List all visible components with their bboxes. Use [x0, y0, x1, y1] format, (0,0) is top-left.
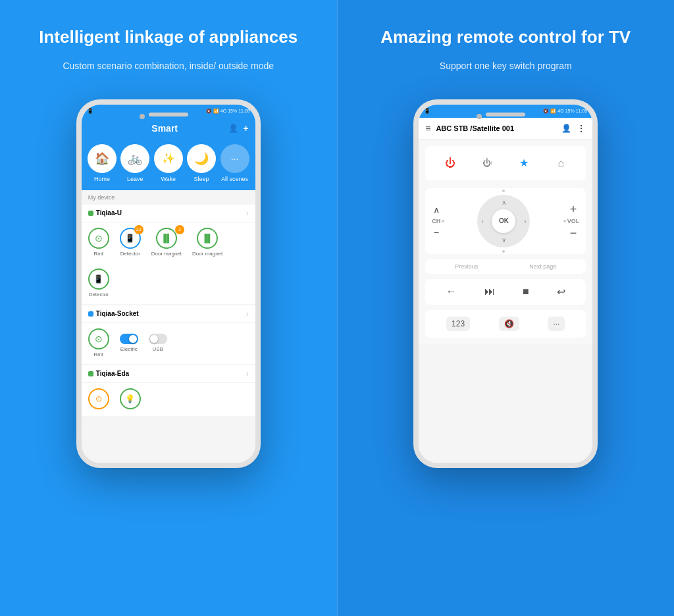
- device-icons-tiqiaa-socket: ⊙ Rmt Electric USB: [82, 323, 255, 364]
- right-phone-frame: 📱 🔇 📶 4G 15% 11:09 ≡ ABC STB /Satellite …: [413, 99, 598, 468]
- device-row-tiqiaa-u[interactable]: Tiqiaa-U ›: [82, 205, 255, 222]
- nav-dot-top: [502, 190, 505, 192]
- device-item-socket-rmt[interactable]: ⊙ Rmt: [88, 328, 109, 357]
- device-indicator-tiqiaa-eda: [88, 371, 93, 376]
- section-header: My device: [82, 190, 255, 205]
- remote-title: ABC STB /Satellite 001: [436, 124, 556, 132]
- device-item-doormagnet1[interactable]: ▐▌ 2 Door magnet: [151, 228, 182, 257]
- device-item-usb[interactable]: USB: [149, 328, 167, 357]
- device-row-tiqiaa-socket[interactable]: Tiqiaa-Socket ›: [82, 305, 255, 323]
- device-item-doormagnet2[interactable]: ▐▌ Door magnet: [192, 228, 222, 257]
- status-bar-right: 📱 🔇 📶 4G 15% 11:09: [419, 105, 592, 118]
- header-icons: 👤 +: [228, 123, 249, 134]
- remote-top-buttons: ⏻ ⏻i ★ ⌂: [425, 146, 586, 180]
- doormagnet1-label: Door magnet: [151, 251, 182, 257]
- vol-down-button[interactable]: −: [570, 227, 577, 239]
- scene-all[interactable]: ··· All scenes: [220, 144, 249, 182]
- arrow-right-tiqiaa-u: ›: [246, 209, 249, 218]
- bottom-row: 123 🔇 ···: [425, 310, 586, 338]
- device-item-electric[interactable]: Electric: [120, 328, 138, 357]
- device-item-rmt[interactable]: ⊙ Rmt: [88, 228, 109, 257]
- hamburger-icon[interactable]: ≡: [425, 123, 430, 134]
- right-panel: Amazing remote control for TV Support on…: [337, 0, 675, 616]
- stop-button[interactable]: ■: [523, 286, 529, 298]
- previous-button[interactable]: Previous: [455, 263, 478, 270]
- vol-up-button[interactable]: +: [570, 203, 577, 215]
- device-name-tiqiaa-eda: Tiqiaa-Eda: [88, 370, 129, 377]
- more-button[interactable]: ···: [548, 317, 565, 331]
- input-button[interactable]: ⏻i: [477, 153, 498, 174]
- prev-next-row: Previous Next page: [425, 259, 586, 274]
- scene-home[interactable]: 🏠 Home: [88, 144, 117, 182]
- mute-button[interactable]: 🔇: [499, 317, 519, 331]
- doormagnet1-icon: ▐▌: [156, 228, 177, 249]
- nav-outer[interactable]: ∧ ∨ ‹ › OK: [477, 195, 530, 247]
- scene-sleep[interactable]: 🌙 Sleep: [187, 144, 216, 182]
- scene-all-icon: ···: [220, 144, 249, 173]
- vol-column: + VOL −: [567, 203, 580, 239]
- nav-left-arrow[interactable]: ‹: [481, 217, 483, 224]
- nav-down-arrow[interactable]: ∨: [502, 236, 506, 244]
- nav-dot-bottom: [502, 250, 505, 253]
- eda-icon2: 💡: [120, 388, 141, 409]
- usb-label: USB: [153, 346, 163, 352]
- app-header-title: Smart: [151, 123, 178, 134]
- device-item-eda-1[interactable]: ⊙: [88, 388, 109, 409]
- remote-controls-area: ⏻ ⏻i ★ ⌂ ∧ CH −: [419, 140, 592, 344]
- nav-up-arrow[interactable]: ∧: [502, 199, 506, 206]
- nav-right-arrow[interactable]: ›: [524, 217, 526, 224]
- power-button[interactable]: ⏻: [440, 153, 461, 174]
- device-card-tiqiaa-eda: Tiqiaa-Eda › ⊙ 💡: [82, 365, 255, 416]
- return-button[interactable]: ↩: [557, 286, 565, 298]
- home-button[interactable]: ⌂: [550, 153, 571, 174]
- remote-dots-icon[interactable]: ⋮: [577, 123, 586, 134]
- status-left-icon: 📱: [87, 108, 93, 114]
- favorite-button[interactable]: ★: [513, 153, 534, 174]
- nav-circle: ∧ ∨ ‹ › OK: [447, 195, 560, 247]
- ch-down-button[interactable]: −: [434, 227, 439, 238]
- left-title: Intelligent linkage of appliances: [39, 26, 298, 49]
- next-button[interactable]: ⏭: [484, 286, 495, 298]
- device-item-detector2[interactable]: 📱 Detector: [88, 269, 109, 297]
- next-page-button[interactable]: Next page: [529, 263, 556, 270]
- device-indicator-tiqiaa-socket: [88, 311, 93, 317]
- right-subtitle: Support one key switch program: [440, 59, 572, 73]
- add-icon[interactable]: +: [244, 123, 249, 134]
- numeric-button[interactable]: 123: [446, 317, 470, 331]
- scene-leave-label: Leave: [127, 176, 143, 182]
- eda-icon1: ⊙: [88, 388, 109, 409]
- usb-toggle[interactable]: [149, 334, 167, 344]
- device-item-eda-2[interactable]: 💡: [120, 388, 141, 409]
- rmt-icon: ⊙: [88, 228, 109, 249]
- back-button[interactable]: ←: [446, 286, 456, 298]
- socket-rmt-label: Rmt: [93, 351, 103, 357]
- status-right-right-icons: 🔇 📶 4G 15% 11:09: [543, 109, 587, 114]
- ch-up-button[interactable]: ∧: [433, 205, 440, 215]
- device-section: My device Tiqiaa-U › ⊙ Rmt: [82, 190, 255, 417]
- ch-label: CH: [432, 218, 440, 224]
- remote-person-icon[interactable]: 👤: [561, 124, 571, 133]
- scene-leave-icon: 🚲: [120, 144, 149, 173]
- device-icons-tiqiaa-u: ⊙ Rmt 📱 22 Detector ▐▌ 2 Door magnet: [82, 222, 255, 263]
- scene-wake[interactable]: ✨ Wake: [154, 144, 183, 182]
- scene-wake-icon: ✨: [154, 144, 183, 173]
- scene-wake-label: Wake: [161, 176, 176, 182]
- arrow-right-tiqiaa-socket: ›: [246, 309, 249, 319]
- rmt-label: Rmt: [93, 251, 103, 257]
- scene-leave[interactable]: 🚲 Leave: [120, 144, 149, 182]
- person-icon[interactable]: 👤: [228, 124, 238, 133]
- scene-sleep-label: Sleep: [194, 176, 209, 182]
- ok-button[interactable]: OK: [492, 209, 515, 233]
- left-phone-frame: 📱 🔇 📶 4G 15% 11:09 Smart 👤 +: [76, 99, 261, 468]
- device-name-tiqiaa-socket: Tiqiaa-Socket: [88, 310, 139, 317]
- scene-home-label: Home: [94, 176, 110, 182]
- detector2-icon: 📱: [88, 269, 109, 290]
- left-panel: Intelligent linkage of appliances Custom…: [0, 0, 337, 616]
- detector1-label: Detector: [120, 251, 140, 257]
- device-card-tiqiaa-socket: Tiqiaa-Socket › ⊙ Rmt Electric: [82, 305, 255, 364]
- electric-toggle[interactable]: [120, 334, 138, 344]
- device-item-detector1[interactable]: 📱 22 Detector: [120, 228, 141, 257]
- doormagnet1-badge: 2: [175, 225, 184, 234]
- doormagnet2-icon: ▐▌: [197, 228, 218, 249]
- device-row-tiqiaa-eda[interactable]: Tiqiaa-Eda ›: [82, 365, 255, 383]
